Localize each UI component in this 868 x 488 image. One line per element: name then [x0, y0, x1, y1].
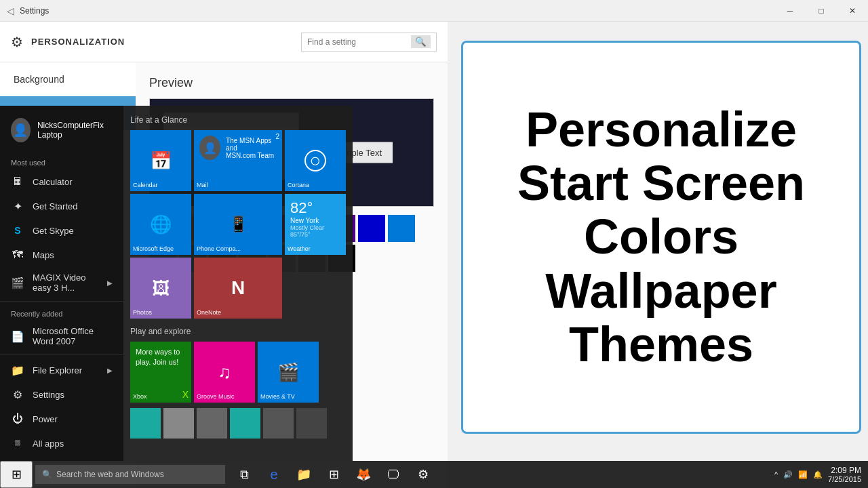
- menu-item-settings[interactable]: ⚙ Settings: [0, 382, 123, 407]
- start-button[interactable]: ⊞: [0, 461, 33, 488]
- weather-city: New York: [290, 217, 319, 224]
- firefox-taskbar-button[interactable]: 🦊: [350, 461, 377, 488]
- edge-taskbar-button[interactable]: e: [260, 461, 288, 488]
- taskbar-icons-group: ⧉ e 📁 ⊞ 🦊 🖵 ⚙: [231, 461, 437, 488]
- close-button[interactable]: ✕: [837, 0, 868, 22]
- tile-mail[interactable]: 👤 The MSN Apps and MSN.com Team Mail 2: [194, 130, 282, 191]
- weather-hilo: 85°/75°: [290, 231, 311, 238]
- search-icon: 🔍: [42, 470, 52, 479]
- search-submit-button[interactable]: 🔍: [411, 35, 431, 48]
- weather-tile-name: Weather: [288, 245, 311, 252]
- settings-taskbar-button[interactable]: ⚙: [410, 461, 437, 488]
- get-started-icon: ✦: [11, 199, 24, 213]
- tile-groove[interactable]: ♫ Groove Music: [194, 342, 255, 403]
- menu-item-word[interactable]: 📄 Microsoft Office Word 2007: [0, 321, 123, 352]
- xbox-logo-icon: X: [182, 389, 189, 400]
- promo-text: Personalize Start Screen Colors Wallpape…: [517, 103, 805, 371]
- network-icon[interactable]: 📶: [798, 470, 808, 479]
- menu-item-maps[interactable]: 🗺 Maps: [0, 243, 123, 267]
- menu-item-file-explorer[interactable]: 📁 File Explorer ▶: [0, 358, 123, 382]
- swatch-teal[interactable]: [130, 408, 161, 439]
- color-swatch-8[interactable]: [388, 215, 415, 242]
- tile-phone[interactable]: 📱 Phone Compa...: [194, 194, 282, 255]
- promo-box: Personalize Start Screen Colors Wallpape…: [461, 41, 861, 434]
- system-clock[interactable]: 2:09 PM 7/25/2015: [828, 466, 861, 483]
- taskbar: ⊞ 🔍 ⧉ e 📁 ⊞ 🦊 🖵 ⚙ ^ 🔊 📶 🔔 2: [0, 461, 868, 488]
- movies-tile-icon: 🎬: [277, 362, 299, 383]
- photos-tile-icon: 🖼: [152, 278, 170, 299]
- system-tray: ^ 🔊 📶 🔔 2:09 PM 7/25/2015: [774, 466, 868, 483]
- menu-item-magix[interactable]: 🎬 MAGIX Video easy 3 H... ▶: [0, 267, 123, 298]
- magix-icon: 🎬: [11, 276, 24, 289]
- weather-desc: Mostly Clear: [290, 224, 324, 231]
- tile-calendar[interactable]: 📅 Calendar: [130, 130, 191, 191]
- clock-time: 2:09 PM: [828, 466, 861, 475]
- swatch-darkgray2[interactable]: [296, 408, 327, 439]
- title-bar-text: Settings: [20, 6, 49, 16]
- tile-xbox[interactable]: More ways to play. Join us! X Xbox: [130, 342, 191, 403]
- menu-item-power[interactable]: ⏻ Power: [0, 407, 123, 431]
- edge-tile-name: Microsoft Edge: [133, 245, 174, 252]
- file-explorer-icon: 📁: [11, 363, 24, 377]
- mail-avatar: 👤: [199, 136, 220, 160]
- title-bar: ◁ Settings ─ □ ✕: [0, 0, 868, 22]
- calculator-icon: 🖩: [11, 175, 24, 188]
- tile-weather[interactable]: 82° New York Mostly Clear 85°/75° Weathe…: [285, 194, 346, 255]
- calendar-tile-name: Calendar: [133, 182, 158, 188]
- settings-gear-icon: ⚙: [11, 34, 23, 50]
- minimize-button[interactable]: ─: [774, 0, 806, 22]
- menu-item-calculator[interactable]: 🖩 Calculator: [0, 169, 123, 194]
- play-tiles-grid: More ways to play. Join us! X Xbox ♫ Gro…: [130, 342, 346, 403]
- swatch-darkgray[interactable]: [197, 408, 227, 439]
- display-taskbar-button[interactable]: 🖵: [380, 461, 407, 488]
- phone-tile-name: Phone Compa...: [197, 245, 241, 252]
- back-button[interactable]: ◁: [7, 5, 14, 16]
- divider: [0, 301, 123, 302]
- cortana-tile-icon: ○: [304, 150, 326, 171]
- groove-tile-icon: ♫: [218, 362, 231, 383]
- task-view-button[interactable]: ⧉: [231, 461, 258, 488]
- onenote-tile-icon: N: [231, 277, 245, 299]
- windows-logo-icon: ⊞: [12, 467, 22, 482]
- taskbar-search-input[interactable]: [56, 470, 218, 479]
- most-used-label: Most used: [0, 153, 123, 169]
- taskbar-search-bar[interactable]: 🔍: [35, 465, 225, 484]
- tile-onenote[interactable]: N OneNote: [194, 258, 282, 319]
- photos-tile-name: Photos: [133, 309, 152, 316]
- play-section-header: Play and explore: [130, 324, 346, 342]
- movies-tile-name: Movies & TV: [260, 393, 295, 400]
- maps-icon: 🗺: [11, 248, 24, 262]
- tile-edge[interactable]: 🌐 Microsoft Edge: [130, 194, 191, 255]
- tile-movies[interactable]: 🎬 Movies & TV: [258, 342, 319, 403]
- mail-sender: The MSN Apps and: [226, 137, 277, 152]
- tile-photos[interactable]: 🖼 Photos: [130, 258, 191, 319]
- menu-item-get-started[interactable]: ✦ Get Started: [0, 194, 123, 218]
- power-icon: ⏻: [11, 412, 24, 426]
- store-taskbar-button[interactable]: ⊞: [320, 461, 347, 488]
- mail-sender2: MSN.com Team: [226, 152, 277, 159]
- task-view-icon: ⧉: [240, 468, 249, 482]
- phone-tile-icon: 📱: [229, 216, 248, 233]
- notification-icon[interactable]: 🔔: [813, 470, 823, 479]
- menu-item-all-apps[interactable]: ≡ All apps: [0, 431, 123, 455]
- swatch-teal2[interactable]: [230, 408, 260, 439]
- edge-tile-icon: 🌐: [150, 214, 172, 235]
- start-menu: 👤 NicksComputerFix Laptop Most used 🖩 Ca…: [0, 106, 353, 461]
- swatch-gray[interactable]: [163, 408, 194, 439]
- mail-badge: 2: [275, 133, 279, 140]
- volume-icon[interactable]: 🔊: [783, 470, 793, 479]
- tile-cortana[interactable]: ○ Cortana: [285, 130, 346, 191]
- arrow-icon: ▶: [107, 279, 113, 287]
- menu-item-get-skype[interactable]: S Get Skype: [0, 218, 123, 243]
- settings-search-box[interactable]: 🔍: [301, 33, 437, 52]
- settings-search-input[interactable]: [307, 37, 411, 47]
- chevron-up-icon[interactable]: ^: [774, 470, 778, 479]
- file-explorer-taskbar-button[interactable]: 📁: [290, 461, 317, 488]
- swatch-gray2[interactable]: [263, 408, 294, 439]
- settings-icon: ⚙: [11, 388, 24, 401]
- user-avatar: 👤: [11, 118, 31, 142]
- file-explorer-arrow-icon: ▶: [107, 367, 113, 374]
- maximize-button[interactable]: □: [806, 0, 837, 22]
- color-swatch-7[interactable]: [358, 215, 385, 242]
- divider2: [0, 354, 123, 355]
